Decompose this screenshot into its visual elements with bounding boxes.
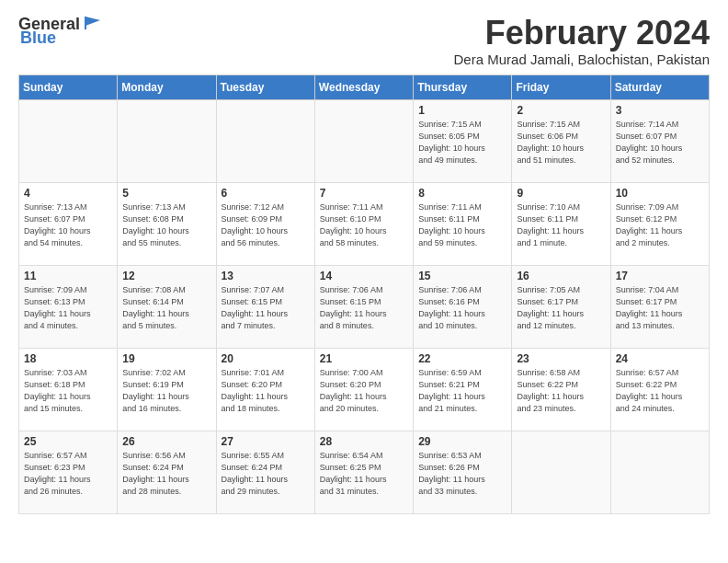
day-info: Sunrise: 7:01 AMSunset: 6:20 PMDaylight:…	[222, 367, 310, 415]
day-number: 8	[418, 187, 506, 200]
calendar-cell: 17Sunrise: 7:04 AMSunset: 6:17 PMDayligh…	[610, 265, 709, 348]
day-info: Sunrise: 6:59 AMSunset: 6:21 PMDaylight:…	[418, 367, 506, 415]
svg-marker-0	[85, 17, 100, 26]
day-info: Sunrise: 6:57 AMSunset: 6:22 PMDaylight:…	[616, 367, 704, 415]
day-number: 24	[616, 352, 704, 365]
day-info: Sunrise: 6:57 AMSunset: 6:23 PMDaylight:…	[24, 450, 112, 498]
calendar-cell: 11Sunrise: 7:09 AMSunset: 6:13 PMDayligh…	[19, 265, 118, 348]
calendar-cell	[610, 431, 709, 513]
day-info: Sunrise: 6:54 AMSunset: 6:25 PMDaylight:…	[320, 450, 408, 498]
calendar-header-row: SundayMondayTuesdayWednesdayThursdayFrid…	[19, 75, 710, 99]
day-info: Sunrise: 7:10 AMSunset: 6:11 PMDaylight:…	[517, 201, 605, 249]
calendar-table: SundayMondayTuesdayWednesdayThursdayFrid…	[18, 75, 710, 514]
day-number: 19	[122, 352, 210, 365]
day-info: Sunrise: 6:56 AMSunset: 6:24 PMDaylight:…	[122, 450, 210, 498]
calendar-week-row: 18Sunrise: 7:03 AMSunset: 6:18 PMDayligh…	[19, 348, 710, 431]
location-subtitle: Dera Murad Jamali, Balochistan, Pakistan	[454, 52, 710, 67]
calendar-cell: 12Sunrise: 7:08 AMSunset: 6:14 PMDayligh…	[118, 265, 216, 348]
calendar-cell: 22Sunrise: 6:59 AMSunset: 6:21 PMDayligh…	[414, 348, 512, 431]
calendar-cell: 23Sunrise: 6:58 AMSunset: 6:22 PMDayligh…	[512, 348, 610, 431]
day-number: 2	[517, 104, 605, 117]
day-number: 29	[418, 435, 506, 448]
calendar-cell: 28Sunrise: 6:54 AMSunset: 6:25 PMDayligh…	[314, 431, 413, 513]
day-info: Sunrise: 7:02 AMSunset: 6:19 PMDaylight:…	[122, 367, 210, 415]
page-header: General Blue February 2024 Dera Murad Ja…	[18, 15, 710, 67]
calendar-cell: 14Sunrise: 7:06 AMSunset: 6:15 PMDayligh…	[314, 265, 413, 348]
day-number: 6	[222, 187, 310, 200]
day-number: 1	[418, 104, 506, 117]
logo-icon	[82, 13, 102, 33]
day-info: Sunrise: 7:15 AMSunset: 6:05 PMDaylight:…	[418, 119, 506, 167]
day-number: 7	[320, 187, 408, 200]
calendar-cell: 26Sunrise: 6:56 AMSunset: 6:24 PMDayligh…	[118, 431, 216, 513]
header-day-thursday: Thursday	[414, 75, 512, 99]
day-info: Sunrise: 7:05 AMSunset: 6:17 PMDaylight:…	[517, 284, 605, 332]
day-info: Sunrise: 7:08 AMSunset: 6:14 PMDaylight:…	[122, 284, 210, 332]
day-info: Sunrise: 7:09 AMSunset: 6:13 PMDaylight:…	[24, 284, 112, 332]
day-info: Sunrise: 6:53 AMSunset: 6:26 PMDaylight:…	[418, 450, 506, 498]
calendar-cell: 24Sunrise: 6:57 AMSunset: 6:22 PMDayligh…	[610, 348, 709, 431]
header-day-tuesday: Tuesday	[216, 75, 314, 99]
day-number: 13	[222, 270, 310, 282]
day-number: 9	[517, 187, 605, 200]
calendar-cell: 27Sunrise: 6:55 AMSunset: 6:24 PMDayligh…	[216, 431, 314, 513]
calendar-cell: 13Sunrise: 7:07 AMSunset: 6:15 PMDayligh…	[216, 265, 314, 348]
day-info: Sunrise: 7:13 AMSunset: 6:08 PMDaylight:…	[122, 201, 210, 249]
day-info: Sunrise: 7:11 AMSunset: 6:10 PMDaylight:…	[320, 201, 408, 249]
header-day-sunday: Sunday	[19, 75, 118, 99]
calendar-cell: 18Sunrise: 7:03 AMSunset: 6:18 PMDayligh…	[19, 348, 118, 431]
calendar-cell: 1Sunrise: 7:15 AMSunset: 6:05 PMDaylight…	[414, 99, 512, 182]
day-number: 14	[320, 270, 408, 282]
header-day-wednesday: Wednesday	[314, 75, 413, 99]
calendar-cell	[19, 99, 118, 182]
day-info: Sunrise: 6:58 AMSunset: 6:22 PMDaylight:…	[517, 367, 605, 415]
day-info: Sunrise: 7:06 AMSunset: 6:15 PMDaylight:…	[320, 284, 408, 332]
day-info: Sunrise: 7:06 AMSunset: 6:16 PMDaylight:…	[418, 284, 506, 332]
calendar-cell	[118, 99, 216, 182]
calendar-week-row: 11Sunrise: 7:09 AMSunset: 6:13 PMDayligh…	[19, 265, 710, 348]
calendar-cell: 2Sunrise: 7:15 AMSunset: 6:06 PMDaylight…	[512, 99, 610, 182]
day-number: 4	[24, 187, 112, 200]
calendar-cell: 20Sunrise: 7:01 AMSunset: 6:20 PMDayligh…	[216, 348, 314, 431]
day-number: 15	[418, 270, 506, 282]
day-number: 23	[517, 352, 605, 365]
calendar-cell: 5Sunrise: 7:13 AMSunset: 6:08 PMDaylight…	[118, 182, 216, 265]
day-info: Sunrise: 7:04 AMSunset: 6:17 PMDaylight:…	[616, 284, 704, 332]
calendar-cell	[314, 99, 413, 182]
calendar-cell: 16Sunrise: 7:05 AMSunset: 6:17 PMDayligh…	[512, 265, 610, 348]
day-number: 5	[122, 187, 210, 200]
calendar-cell: 4Sunrise: 7:13 AMSunset: 6:07 PMDaylight…	[19, 182, 118, 265]
day-info: Sunrise: 7:03 AMSunset: 6:18 PMDaylight:…	[24, 367, 112, 415]
day-number: 27	[222, 435, 310, 448]
day-info: Sunrise: 7:00 AMSunset: 6:20 PMDaylight:…	[320, 367, 408, 415]
header-day-friday: Friday	[512, 75, 610, 99]
calendar-week-row: 1Sunrise: 7:15 AMSunset: 6:05 PMDaylight…	[19, 99, 710, 182]
header-day-saturday: Saturday	[610, 75, 709, 99]
day-info: Sunrise: 7:15 AMSunset: 6:06 PMDaylight:…	[517, 119, 605, 167]
day-info: Sunrise: 7:12 AMSunset: 6:09 PMDaylight:…	[222, 201, 310, 249]
calendar-cell	[216, 99, 314, 182]
day-info: Sunrise: 7:14 AMSunset: 6:07 PMDaylight:…	[616, 119, 704, 167]
calendar-cell: 9Sunrise: 7:10 AMSunset: 6:11 PMDaylight…	[512, 182, 610, 265]
title-area: February 2024 Dera Murad Jamali, Balochi…	[454, 15, 710, 67]
month-title: February 2024	[454, 15, 710, 52]
day-info: Sunrise: 7:09 AMSunset: 6:12 PMDaylight:…	[616, 201, 704, 249]
svg-rect-1	[85, 17, 86, 29]
day-info: Sunrise: 7:07 AMSunset: 6:15 PMDaylight:…	[222, 284, 310, 332]
day-number: 22	[418, 352, 506, 365]
day-number: 26	[122, 435, 210, 448]
calendar-week-row: 4Sunrise: 7:13 AMSunset: 6:07 PMDaylight…	[19, 182, 710, 265]
day-number: 28	[320, 435, 408, 448]
day-number: 16	[517, 270, 605, 282]
day-number: 10	[616, 187, 704, 200]
calendar-cell: 15Sunrise: 7:06 AMSunset: 6:16 PMDayligh…	[414, 265, 512, 348]
calendar-cell: 7Sunrise: 7:11 AMSunset: 6:10 PMDaylight…	[314, 182, 413, 265]
day-number: 12	[122, 270, 210, 282]
calendar-cell: 3Sunrise: 7:14 AMSunset: 6:07 PMDaylight…	[610, 99, 709, 182]
day-number: 25	[24, 435, 112, 448]
calendar-cell: 19Sunrise: 7:02 AMSunset: 6:19 PMDayligh…	[118, 348, 216, 431]
header-day-monday: Monday	[118, 75, 216, 99]
day-number: 21	[320, 352, 408, 365]
day-info: Sunrise: 7:13 AMSunset: 6:07 PMDaylight:…	[24, 201, 112, 249]
logo-blue: Blue	[20, 29, 56, 48]
